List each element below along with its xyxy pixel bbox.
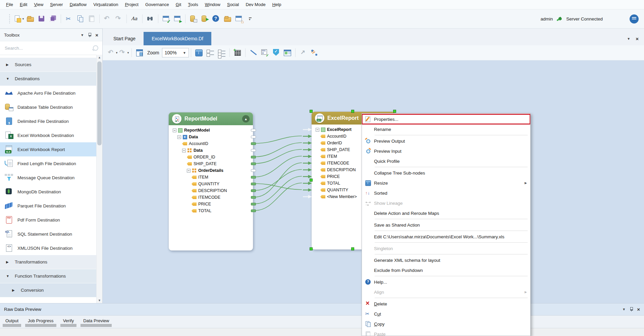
- draw-link-button[interactable]: [248, 47, 259, 58]
- expander-icon[interactable]: [173, 129, 176, 132]
- find-button[interactable]: [145, 13, 156, 25]
- open-project-button[interactable]: [222, 13, 233, 25]
- collapse-node-icon[interactable]: ▲: [242, 115, 250, 123]
- toolbox-item-sql-statement-destination[interactable]: SQL Statement Destination: [0, 227, 97, 241]
- output-port-total[interactable]: [251, 209, 256, 212]
- toolbox-item-fixed-length-file-destination[interactable]: Fixed Length File Destination: [0, 156, 97, 171]
- node-reportmodel[interactable]: ReportModel ▲ ReportModelDataAccountIDDa…: [168, 112, 253, 251]
- output-port-reportmodel[interactable]: [251, 129, 256, 132]
- menu-dev-mode[interactable]: Dev Mode: [242, 1, 269, 8]
- map-link-accountid[interactable]: [255, 136, 302, 143]
- toolbox-menu-icon[interactable]: ▼: [80, 33, 84, 37]
- new-dataflow-button[interactable]: ▾: [13, 13, 24, 25]
- reroute-links-button[interactable]: [309, 47, 320, 58]
- redo-button[interactable]: [113, 13, 124, 25]
- verify-shield-button[interactable]: [271, 47, 281, 58]
- open-file-button[interactable]: [25, 13, 36, 25]
- menu-item-delete[interactable]: Delete: [362, 299, 530, 309]
- tree-node-data[interactable]: Data: [171, 134, 250, 140]
- close-document-icon[interactable]: ×: [636, 36, 639, 41]
- tree-node-total[interactable]: TOTAL: [171, 207, 250, 214]
- menu-item-preview-output[interactable]: Preview Output: [362, 136, 530, 146]
- panel-menu-icon[interactable]: ▼: [622, 307, 626, 311]
- selection-handle[interactable]: [351, 247, 354, 250]
- bottom-tab-job-progress[interactable]: Job Progress: [25, 317, 56, 328]
- selection-handle[interactable]: [393, 110, 396, 113]
- menu-git[interactable]: Git: [172, 1, 185, 8]
- menu-window[interactable]: Window: [202, 1, 224, 8]
- expander-icon[interactable]: [316, 128, 319, 132]
- verify-dataflow-button[interactable]: [161, 13, 171, 25]
- save-button[interactable]: [36, 13, 47, 25]
- toolbox-item-excel-workbook-report[interactable]: Excel Workbook Report: [0, 142, 97, 156]
- menu-edit[interactable]: Edit: [16, 1, 31, 8]
- auto-layout-button[interactable]: [134, 47, 145, 58]
- menu-project[interactable]: Project: [121, 1, 142, 8]
- chat-icon[interactable]: [630, 14, 639, 23]
- output-port-order-id[interactable]: [251, 156, 256, 158]
- tab-start-page[interactable]: Start Page: [105, 32, 144, 45]
- menu-item-copy[interactable]: Copy: [362, 319, 530, 329]
- output-port-orderdetails[interactable]: [251, 169, 256, 172]
- menu-item-preview-input[interactable]: Preview Input: [362, 146, 530, 156]
- toolbox-item-parquet-file-destination[interactable]: Parquet File Destination: [0, 199, 97, 213]
- map-link-total[interactable]: [255, 183, 302, 210]
- menu-item-exclude-from-pushdown[interactable]: Exclude from Pushdown: [362, 265, 530, 275]
- zoom-level-select[interactable]: 100%▼: [162, 48, 189, 57]
- bottom-tab-data-preview[interactable]: Data Preview: [80, 317, 112, 328]
- toolbox-item-excel-workbook-destination[interactable]: Excel Workbook Destination: [0, 128, 97, 142]
- tree-node-data[interactable]: Data: [171, 147, 250, 154]
- toolbox-item-apache-avro-file-destination[interactable]: Apache Avro File Destination: [0, 86, 97, 100]
- menu-item-save-as-shared-action[interactable]: Save as Shared Action: [362, 220, 530, 230]
- expand-all-nodes-button[interactable]: [216, 47, 227, 58]
- toolbox-item-xml-json-file-destination[interactable]: XML/JSON File Destination: [0, 241, 97, 255]
- toolbox-item-pdf-form-destination[interactable]: Pdf Form Destination: [0, 213, 97, 227]
- fit-to-window-button[interactable]: [194, 47, 204, 58]
- tree-node-description[interactable]: DESCRIPTION: [171, 187, 250, 194]
- tree-node-orderdetails[interactable]: OrderDetails: [171, 167, 250, 174]
- toolbox-close-icon[interactable]: ×: [95, 33, 98, 38]
- copy-button[interactable]: [75, 13, 86, 25]
- output-port-accountid[interactable]: [251, 142, 256, 145]
- tab-excelworkbookdemo-df[interactable]: ExcelWorkBookDemo.Df: [144, 32, 211, 45]
- output-port-itemcode[interactable]: [251, 196, 256, 199]
- expander-icon[interactable]: [187, 169, 191, 173]
- selection-handle[interactable]: [310, 110, 313, 113]
- menu-help[interactable]: Help: [269, 1, 285, 8]
- tab-list-icon[interactable]: ▼: [627, 37, 630, 41]
- toolbox-scrollbar[interactable]: ▲ ▼: [96, 55, 102, 303]
- output-port-data[interactable]: [251, 136, 256, 138]
- help-button[interactable]: [211, 13, 221, 25]
- menu-item-edit-c-users-sahar-mirza-documents-excel[interactable]: Edit C:\Users\sahar.mirza\Documents\Exce…: [362, 232, 530, 242]
- menu-item-cut[interactable]: Cut: [362, 309, 530, 319]
- menu-item-rename[interactable]: Rename: [362, 124, 530, 134]
- output-port-price[interactable]: [251, 203, 256, 205]
- toolbox-item-database-table-destination[interactable]: Database Table Destination: [0, 100, 97, 114]
- collapse-all-nodes-button[interactable]: [205, 47, 216, 58]
- menu-tools[interactable]: Tools: [184, 1, 201, 8]
- tree-node-quantity[interactable]: QUANTITY: [171, 181, 250, 187]
- font-button[interactable]: [129, 13, 140, 25]
- toolbox-pin-icon[interactable]: [88, 33, 91, 38]
- bottom-tab-output[interactable]: Output: [3, 317, 21, 328]
- menu-file[interactable]: File: [3, 1, 16, 8]
- output-port-data[interactable]: [251, 149, 256, 152]
- selection-handle[interactable]: [351, 110, 354, 113]
- panel-pin-icon[interactable]: [630, 307, 633, 312]
- selection-handle[interactable]: [310, 247, 313, 250]
- undo-button[interactable]: ▾: [107, 47, 118, 58]
- menu-item-generate-xml-schema-for-layout[interactable]: Generate XML schema for layout: [362, 255, 530, 265]
- redo-button[interactable]: ▾: [118, 47, 129, 58]
- output-port-ship-date[interactable]: [251, 162, 256, 165]
- tree-node-itemcode[interactable]: ITEMCODE: [171, 194, 250, 201]
- toolbox-item-delimited-file-destination[interactable]: Delimited File Destination: [0, 114, 97, 128]
- menu-server[interactable]: Server: [47, 1, 66, 8]
- map-link-item[interactable]: [255, 156, 302, 177]
- expander-icon[interactable]: [182, 149, 186, 152]
- toolbox-group-transformations[interactable]: ▶Transformations: [0, 255, 97, 269]
- toolbox-group-function-transformations[interactable]: ▼Function Transformations: [0, 269, 97, 283]
- toolbox-item-message-queue-destination[interactable]: Message Queue Destination: [0, 171, 97, 185]
- menu-item-help[interactable]: Help...: [362, 277, 530, 287]
- node-reportmodel-header[interactable]: ReportModel ▲: [169, 112, 253, 125]
- export-button[interactable]: [298, 47, 309, 58]
